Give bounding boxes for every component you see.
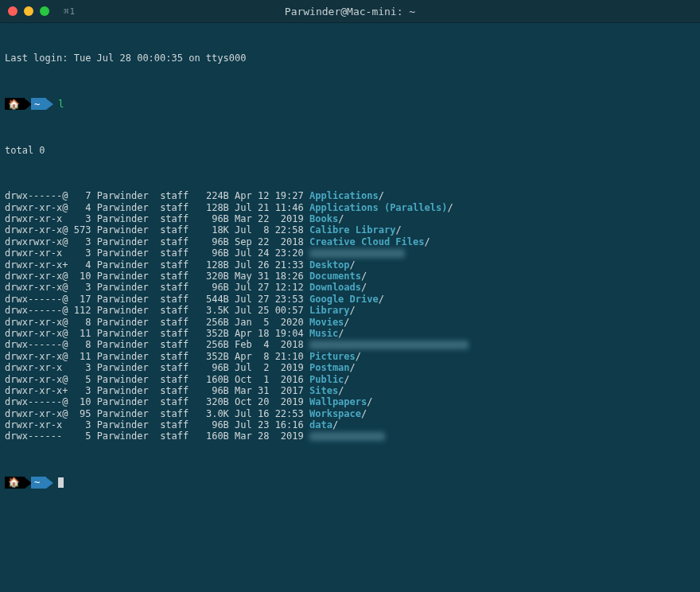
list-item: drwxr-xr-x@ 95 Parwinder staff 3.0K Jul … [5,408,695,419]
directory-name: Pictures [309,351,356,362]
directory-name: Applications (Parallels) [309,202,447,213]
list-item: drwxr-xr-x 3 Parwinder staff 96B Jul 23 … [5,419,695,430]
total-line: total 0 [5,145,695,156]
last-login-line: Last login: Tue Jul 28 00:00:35 on ttys0… [5,53,695,64]
list-item: drwxr-xr-x 3 Parwinder staff 96B Mar 22 … [5,213,695,224]
command-text: l [58,99,64,110]
prompt-arrow-2-icon [46,99,53,110]
terminal-window: ⌘1 Parwinder@Mac-mini: ~ Last login: Tue… [0,0,700,592]
close-icon[interactable] [8,6,18,16]
list-item: drwxr-xr-x@ 11 Parwinder staff 352B Apr … [5,351,695,362]
window-title: Parwinder@Mac-mini: ~ [0,6,700,18]
list-item: drwxr-xr-x 3 Parwinder staff 96B Jul 2 2… [5,362,695,373]
directory-name: Sites [309,385,338,396]
terminal-body[interactable]: Last login: Tue Jul 28 00:00:35 on ttys0… [0,23,700,516]
zoom-icon[interactable] [40,6,49,16]
directory-name: Library [309,305,350,316]
list-item: drwxr-xr-x 3 Parwinder staff 96B Jul 24 … [5,247,695,259]
directory-name: Books [309,213,338,224]
list-item: drwxr-xr-x@ 8 Parwinder staff 256B Jan 5… [5,317,695,328]
directory-name: Downloads [309,282,361,293]
list-item: drwx------@ 7 Parwinder staff 224B Apr 1… [5,190,695,201]
list-item: drwxr-xr-x+ 3 Parwinder staff 96B Mar 31… [5,385,695,396]
prompt-seg-cwd: ~ [31,477,46,489]
directory-name: Calibre Library [309,224,395,236]
directory-name: Creative Cloud Files [309,236,425,247]
directory-name: Postman [309,362,350,373]
list-item: drwxr-xr-x@ 11 Parwinder staff 352B Apr … [5,328,695,339]
list-item: drwxr-xr-x+ 4 Parwinder staff 128B Jul 2… [5,259,695,271]
directory-name: Applications [309,190,379,201]
prompt-arrow-2-icon [46,477,53,489]
prompt-seg-cwd: ~ [31,98,46,110]
tab-indicator: ⌘1 [64,6,76,17]
list-item: drwxr-xr-x@ 3 Parwinder staff 96B Jul 27… [5,282,695,293]
directory-name: Public [309,374,344,385]
file-listing: drwx------@ 7 Parwinder staff 224B Apr 1… [5,190,695,442]
prompt-line-2[interactable]: 🏠 ~ [5,477,695,489]
directory-name: Movies [309,317,344,328]
directory-name: Music [309,328,338,339]
directory-name: data [309,419,332,430]
directory-name: Workspace [309,408,361,419]
directory-name: Wallpapers [309,396,367,407]
directory-name: Google Drive [309,294,379,305]
list-item: drwxr-xr-x@ 573 Parwinder staff 18K Jul … [5,224,695,236]
list-item: drwx------@ 8 Parwinder staff 256B Feb 4… [5,339,695,350]
list-item: drwx------@ 10 Parwinder staff 320B Oct … [5,396,695,407]
traffic-lights [8,6,49,16]
cursor-icon [58,477,64,488]
list-item: drwx------@ 17 Parwinder staff 544B Jul … [5,294,695,305]
directory-name: Desktop [309,259,350,271]
list-item: drwx------ 5 Parwinder staff 160B Mar 28… [5,430,695,442]
titlebar: ⌘1 Parwinder@Mac-mini: ~ [0,0,700,23]
list-item: drwxr-xr-x@ 4 Parwinder staff 128B Jul 2… [5,202,695,213]
prompt-line-1: 🏠 ~ l [5,98,695,110]
minimize-icon[interactable] [24,6,33,16]
directory-name: Documents [309,271,361,282]
prompt-seg-home-icon: 🏠 [5,477,25,489]
list-item: drwxr-xr-x@ 5 Parwinder staff 160B Oct 1… [5,374,695,385]
prompt-seg-home-icon: 🏠 [5,98,25,110]
list-item: drwx------@ 112 Parwinder staff 3.5K Jul… [5,305,695,316]
list-item: drwxrwxr-x@ 3 Parwinder staff 96B Sep 22… [5,236,695,247]
list-item: drwxr-xr-x@ 10 Parwinder staff 320B May … [5,271,695,282]
